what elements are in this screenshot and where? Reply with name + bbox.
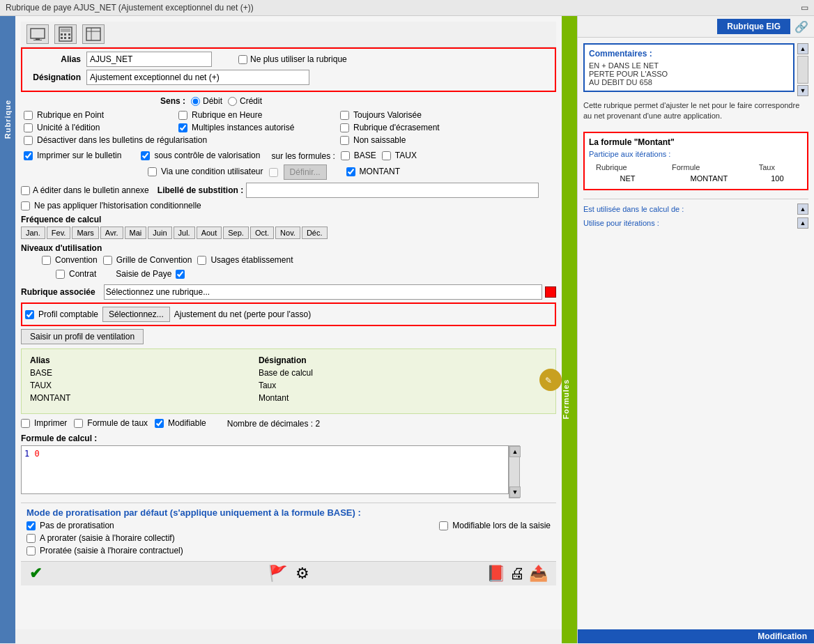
desactiver-cb[interactable] [24,136,33,145]
alias-input[interactable] [86,52,212,67]
taux-cb[interactable] [382,151,391,160]
scroll-up-btn[interactable]: ▲ [509,446,521,457]
formulas-alias-header: Alias [27,355,254,366]
usages-cb[interactable] [197,256,206,265]
calculator-icon [59,26,72,42]
imprimer-bulletin-cb[interactable] [24,151,33,160]
rubrique-ecrasement-cb[interactable] [340,123,349,132]
utilise-iterations-up[interactable]: ▲ [797,217,808,229]
commentaires-box: Commentaires : EN + DANS LE NET PERTE PO… [583,43,794,92]
mode-proratisation-title: Mode de proratisation par défaut (s'appl… [26,507,551,518]
libelle-bulletin-annexe-cb[interactable] [21,186,30,195]
table-icon-btn[interactable] [82,24,105,44]
montant-cb-row: MONTANT [346,167,400,176]
historisation-cb[interactable] [21,201,30,210]
debit-radio[interactable] [191,97,200,106]
base-cb-row: BASE [341,151,376,160]
non-saissable-cb[interactable] [340,136,349,145]
svg-rect-5 [61,33,63,36]
sur-formules-label: sur les formules : [271,151,335,161]
commentaires-scroll-up[interactable]: ▲ [797,43,808,54]
imprimer-bulletin-row: Imprimer sur le bulletin [24,151,121,160]
proratee-cb[interactable] [26,546,36,555]
freq-mai[interactable]: Mai [125,227,147,239]
sous-controle-cb[interactable] [141,151,150,160]
imprimer-cb[interactable] [21,419,30,428]
saisie-paye-cb[interactable] [176,270,185,279]
validate-icon[interactable]: ✔ [29,565,42,583]
flag-icon-btn[interactable]: 🚩 [268,565,287,583]
formules-sidebar: Formules [562,16,577,643]
rubrique-eig-btn[interactable]: Rubrique EIG [717,19,790,34]
niveaux-title: Niveaux d'utilisation [21,243,556,253]
bottom-bar: ✔ 🚩 ⚙ 📕 🖨 📤 [21,561,556,585]
freq-avr[interactable]: Avr. [100,227,123,239]
a-prorater-row: A prorater (saisie à l'horaire collectif… [26,533,183,543]
formule-calcul-area[interactable]: 1 0 [21,445,509,494]
est-utilisee-up[interactable]: ▲ [797,204,808,215]
export-icon-btn[interactable]: 📤 [529,565,548,583]
freq-nov[interactable]: Nov. [275,227,300,239]
calculator-icon-btn[interactable] [54,24,77,44]
nb-decimales: Nombre de décimales : 2 [227,419,320,429]
formule-taux-cb[interactable] [74,419,83,428]
modifiable-saisie-cb[interactable] [439,521,448,530]
blank-cb[interactable] [269,168,278,177]
rubrique-heure-cb[interactable] [178,111,187,120]
freq-aout[interactable]: Aout [197,227,222,239]
convention-cb[interactable] [42,256,51,265]
grille-convention-cb[interactable] [103,256,112,265]
freq-sep[interactable]: Sep. [223,227,249,239]
definir-btn[interactable]: Définir... [284,164,327,180]
freq-juin[interactable]: Juin [148,227,171,239]
freq-jan[interactable]: Jan. [21,227,45,239]
alias-designation-box: Alias Ne plus utiliser la rubrique Désig… [21,47,556,92]
svg-rect-7 [68,33,70,36]
formule-value: 1 [24,449,34,459]
freq-jul[interactable]: Jul. [174,227,195,239]
rubrique-point-cb[interactable] [24,111,33,120]
rubrique-eig-icon[interactable]: 🔗 [794,20,808,33]
ventilation-btn[interactable]: Saisir un profil de ventilation [21,329,144,344]
scroll-down-btn[interactable]: ▼ [509,486,521,498]
svg-rect-9 [64,37,66,39]
form-panel: Alias Ne plus utiliser la rubrique Désig… [15,16,562,629]
table-row: BASE Base de calcul [27,367,550,378]
utilise-iterations-row: Utilise pour itérations : ▲ [583,217,808,229]
libelle-input[interactable] [246,183,539,198]
freq-dec[interactable]: Déc. [302,227,328,239]
est-utilisee-text: Est utilisée dans le calcul de : [583,205,684,213]
formulas-table: Alias Désignation BASE Base de calcul TA… [26,353,551,405]
svg-text:✎: ✎ [545,376,552,385]
usages-row: Usages établissement [197,255,293,265]
gear-icon-btn[interactable]: ⚙ [295,565,309,583]
freq-fev[interactable]: Fev. [47,227,71,239]
via-condition-cb[interactable] [148,167,157,176]
a-prorater-cb[interactable] [26,534,36,543]
freq-mars[interactable]: Mars [72,227,98,239]
modifiable-cb[interactable] [155,419,164,428]
window-controls[interactable]: ▭ [801,3,808,13]
frequence-buttons: Jan. Fev. Mars Avr. Mai Juin Jul. Aout S… [21,227,556,239]
rubrique-associee-input[interactable] [104,284,542,300]
monitor-icon-btn[interactable] [26,24,49,44]
print-icon-btn[interactable]: 🖨 [509,565,525,583]
profil-comptable-box: Profil comptable Sélectionnez... Ajustem… [21,302,556,326]
base-cb[interactable] [341,151,350,160]
unicite-edition-cb[interactable] [24,123,33,132]
contrat-cb[interactable] [56,270,65,279]
mode-proratisation-section: Mode de proratisation par défaut (s'appl… [21,503,556,561]
montant-cb[interactable] [346,167,355,176]
pas-proratisation-cb[interactable] [26,521,36,530]
toujours-valorisee-cb[interactable] [340,111,349,120]
multiples-instances-cb[interactable] [178,123,187,132]
ne-plus-utiliser-checkbox[interactable] [238,55,247,64]
profil-comptable-cb[interactable] [25,310,34,319]
credit-radio[interactable] [228,97,237,106]
commentaires-scroll-down[interactable]: ▼ [797,85,808,96]
profil-selectionnez-btn[interactable]: Sélectionnez... [102,307,170,322]
rubrique-associee-clear[interactable] [545,286,556,298]
book-icon-btn[interactable]: 📕 [486,565,505,583]
freq-oct[interactable]: Oct. [250,227,274,239]
designation-input[interactable] [86,70,309,85]
